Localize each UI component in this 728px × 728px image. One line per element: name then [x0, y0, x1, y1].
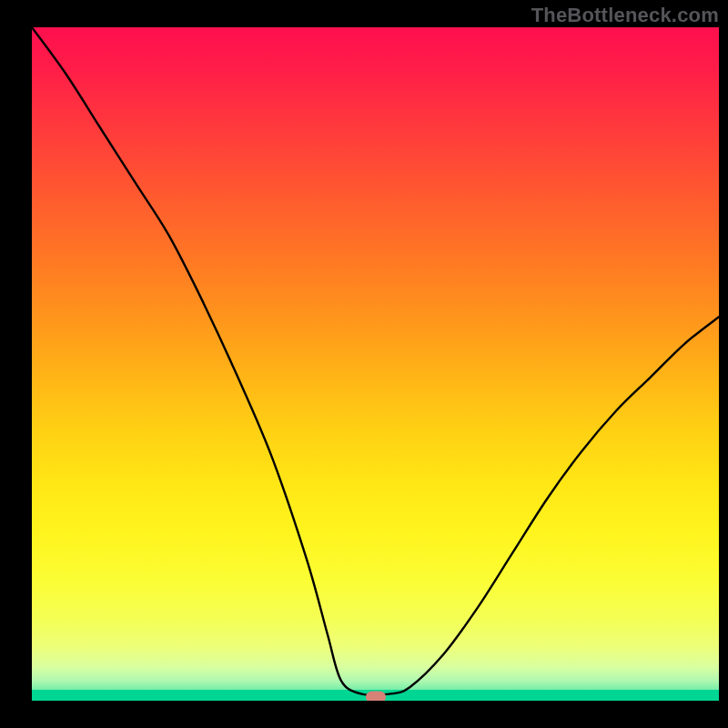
- optimum-marker: [366, 692, 386, 701]
- plot-area: [32, 27, 719, 701]
- chart-stage: TheBottleneck.com: [0, 0, 728, 728]
- bottleneck-curve: [32, 27, 719, 701]
- watermark-text: TheBottleneck.com: [531, 4, 719, 27]
